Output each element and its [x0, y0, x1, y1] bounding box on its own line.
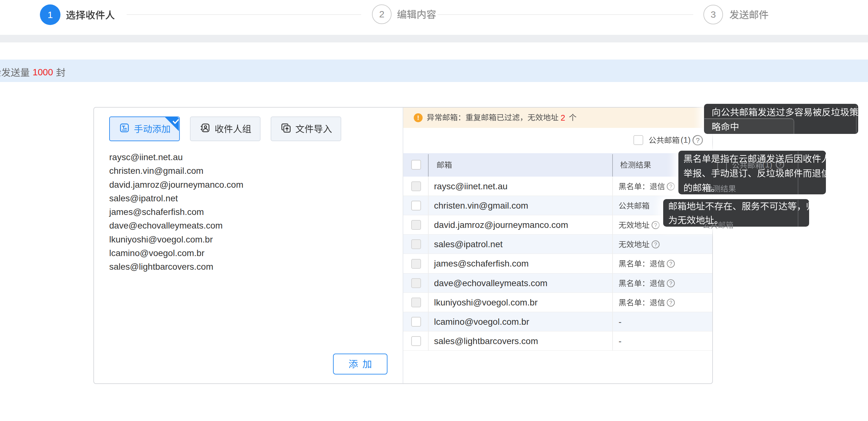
svg-text:?: ? — [669, 299, 672, 305]
svg-text:?: ? — [669, 261, 672, 267]
svg-text:?: ? — [654, 222, 657, 228]
svg-text:?: ? — [696, 137, 700, 144]
svg-text:?: ? — [669, 280, 672, 286]
svg-text:?: ? — [654, 241, 657, 247]
svg-text:?: ? — [669, 183, 672, 189]
